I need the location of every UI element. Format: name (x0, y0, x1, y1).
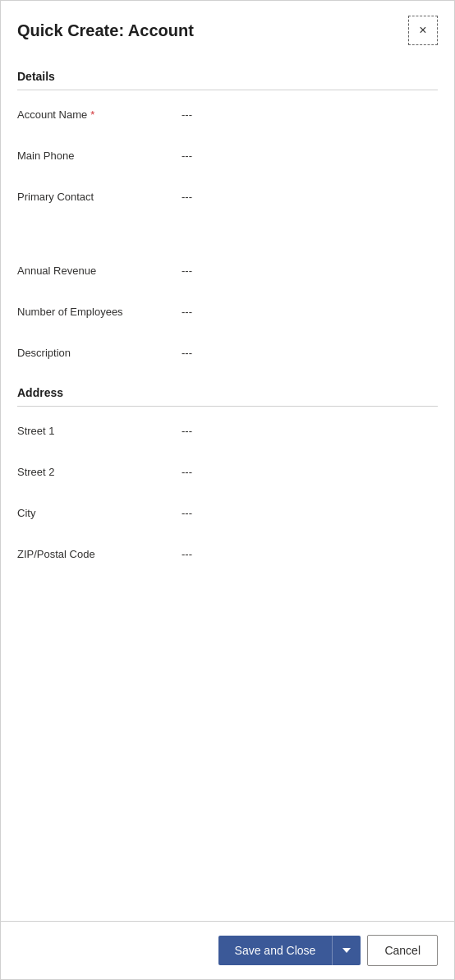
section-header-details: Details (17, 57, 438, 90)
value-zip-postal-code[interactable]: --- (182, 548, 438, 560)
field-account-name[interactable]: Account Name *--- (17, 94, 438, 135)
value-city[interactable]: --- (182, 507, 438, 519)
cancel-button[interactable]: Cancel (367, 935, 438, 966)
value-main-phone[interactable]: --- (182, 150, 438, 162)
value-primary-contact[interactable]: --- (182, 191, 438, 203)
label-primary-contact: Primary Contact (17, 191, 182, 203)
label-number-of-employees: Number of Employees (17, 306, 182, 318)
section-address: AddressStreet 1---Street 2---City---ZIP/… (17, 373, 438, 574)
label-main-phone: Main Phone (17, 150, 182, 162)
value-street-2[interactable]: --- (182, 466, 438, 478)
close-button[interactable]: × (408, 16, 438, 45)
field-description[interactable]: Description--- (17, 332, 438, 373)
label-street-1: Street 1 (17, 425, 182, 437)
value-description[interactable]: --- (182, 347, 438, 359)
save-button-container: Save and Close (218, 936, 361, 965)
field-number-of-employees[interactable]: Number of Employees--- (17, 291, 438, 332)
value-street-1[interactable]: --- (182, 425, 438, 437)
field-main-phone[interactable]: Main Phone--- (17, 135, 438, 176)
required-indicator: * (90, 108, 94, 121)
label-description: Description (17, 347, 182, 359)
section-details: DetailsAccount Name *---Main Phone---Pri… (17, 57, 438, 373)
field-zip-postal-code[interactable]: ZIP/Postal Code--- (17, 533, 438, 574)
dialog-header: Quick Create: Account × (1, 1, 454, 57)
label-city: City (17, 507, 182, 519)
label-street-2: Street 2 (17, 466, 182, 478)
close-icon: × (419, 23, 426, 38)
quick-create-dialog: Quick Create: Account × DetailsAccount N… (0, 0, 455, 980)
label-zip-postal-code: ZIP/Postal Code (17, 548, 182, 560)
field-annual-revenue[interactable]: Annual Revenue--- (17, 250, 438, 291)
value-account-name[interactable]: --- (182, 108, 438, 121)
value-annual-revenue[interactable]: --- (182, 265, 438, 277)
field-primary-contact[interactable]: Primary Contact--- (17, 176, 438, 217)
label-annual-revenue: Annual Revenue (17, 265, 182, 277)
field-street-1[interactable]: Street 1--- (17, 410, 438, 451)
value-number-of-employees[interactable]: --- (182, 306, 438, 318)
label-account-name: Account Name * (17, 108, 182, 121)
chevron-down-icon (342, 948, 351, 953)
dialog-body: DetailsAccount Name *---Main Phone---Pri… (1, 57, 454, 921)
save-and-close-button[interactable]: Save and Close (218, 936, 333, 965)
dialog-title: Quick Create: Account (17, 21, 194, 40)
save-dropdown-button[interactable] (332, 936, 361, 965)
dialog-footer: Save and Close Cancel (1, 921, 454, 979)
field-street-2[interactable]: Street 2--- (17, 451, 438, 492)
field-city[interactable]: City--- (17, 492, 438, 533)
section-header-address: Address (17, 373, 438, 407)
